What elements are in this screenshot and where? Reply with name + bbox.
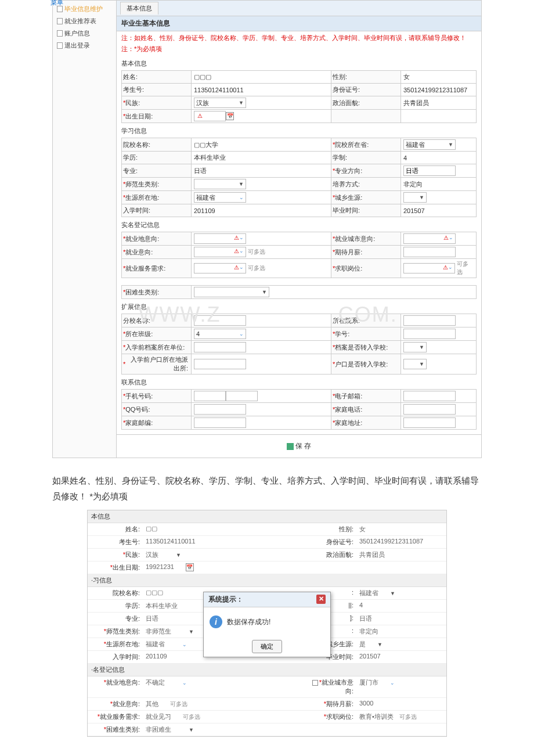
job-intent-input[interactable]: ⚠⌄ <box>194 247 246 257</box>
student-no-input[interactable] <box>403 329 456 339</box>
home-phone-input[interactable] <box>403 404 456 415</box>
service-req-input[interactable]: ⚠⌄ <box>194 263 246 273</box>
dialog-close-button[interactable]: ✕ <box>316 595 326 604</box>
birth-input[interactable]: ⚠ <box>194 111 226 121</box>
sidebar-item-account[interactable]: 账户信息 <box>55 27 114 39</box>
field-value: 福建省▼ <box>356 587 446 599</box>
field-label: *就业服务需求: <box>88 711 143 723</box>
salary-input[interactable] <box>403 247 456 257</box>
label-dept: 所在院系: <box>331 314 401 327</box>
field-value: 非定向 <box>356 625 446 638</box>
field-label: 专业: <box>88 613 143 625</box>
form-row: *就业意向:其他可多选*期待月薪:3000 <box>88 698 446 711</box>
field-label: *就业地意向: <box>88 676 143 697</box>
mobile-input-1[interactable] <box>194 391 226 401</box>
label-archive-unit: *入学前档案所在单位: <box>122 341 192 354</box>
screenshot-main-form: 菜单 毕业信息维护 就业推荐表 账户信息 退出登录 基本信息 毕业生基本信息 注… <box>52 0 482 458</box>
multi-note: 可多选 <box>183 714 200 720</box>
archive-unit-input[interactable] <box>194 342 246 352</box>
email-input[interactable] <box>403 391 456 401</box>
value-school: ▢▢大学 <box>192 138 331 152</box>
class-select[interactable]: 4⌄ <box>194 329 246 339</box>
chevron-down-icon: ⌄ <box>239 264 244 272</box>
save-row: 保 存 <box>117 434 481 458</box>
value-name: ▢▢▢ <box>192 71 331 84</box>
major-dir-input[interactable] <box>403 165 456 176</box>
value-birth: ⚠📅 <box>192 110 331 123</box>
label-email: *电子邮箱: <box>331 390 401 403</box>
archive-transfer-select[interactable]: ▼ <box>403 342 427 352</box>
sidebar-item-logout[interactable]: 退出登录 <box>55 39 114 52</box>
calendar-icon[interactable]: 📅 <box>226 112 234 120</box>
job-loc-input[interactable]: ⚠⌄ <box>194 233 246 244</box>
tab-basic-info[interactable]: 基本信息 <box>120 2 158 15</box>
value-urban-rural: ▼ <box>401 191 477 204</box>
school-prov-select[interactable]: 福建省▼ <box>403 139 456 150</box>
label-degree: 学历: <box>122 152 192 164</box>
field-value: 就业见习可多选 <box>143 711 307 723</box>
job-city-input[interactable]: ⚠⌄ <box>403 233 456 244</box>
household-transfer-select[interactable]: ▼ <box>403 359 427 369</box>
label-job-intent: *就业意向: <box>122 246 192 259</box>
s2-realname-title: ·名登记信息 <box>88 664 446 676</box>
warning-icon: ⚠ <box>197 113 203 119</box>
contact-grid: *手机号码: *电子邮箱: *QQ号码: *家庭电话: *家庭邮编: *家庭地址… <box>121 389 477 430</box>
value-household <box>192 354 331 375</box>
checkbox-icon[interactable] <box>312 680 318 686</box>
label-normal-type: *师范生类别: <box>122 178 192 191</box>
field-value: 不确定⌄ <box>143 676 307 697</box>
value-id-no: 350124199212311087 <box>401 84 477 96</box>
sidebar-item-recommend[interactable]: 就业推荐表 <box>55 15 114 27</box>
label-position: *求职岗位: <box>331 259 401 278</box>
mobile-input-2[interactable] <box>226 391 258 401</box>
label-household: *入学前户口所在地派出所: <box>122 354 192 375</box>
position-input[interactable]: ⚠⌄ <box>403 263 455 273</box>
normal-type-select[interactable]: ▼ <box>194 179 246 189</box>
chevron-down-icon: ▼ <box>377 642 383 647</box>
warning-icon: ⚠ <box>234 248 239 256</box>
dialog-message: 数据保存成功! <box>227 617 270 627</box>
field-label: *生源所在地: <box>88 638 143 650</box>
sidebar-item-grad-info[interactable]: 毕业信息维护 <box>55 3 114 15</box>
household-input[interactable] <box>194 359 246 369</box>
branch-input[interactable] <box>194 315 246 326</box>
field-label: *民族: <box>88 549 143 561</box>
value-difficulty: ▼ <box>192 286 477 299</box>
difficulty-select[interactable]: ▼ <box>194 287 269 297</box>
dialog-ok-button[interactable]: 确定 <box>252 640 282 653</box>
field-value: 共青团员 <box>356 549 446 561</box>
qq-input[interactable] <box>194 404 246 415</box>
urban-rural-select[interactable]: ▼ <box>403 192 427 203</box>
difficulty-grid: *困难生类别: ▼ <box>121 285 477 299</box>
instruction-text: 如果姓名、性别、身份证号、院校名称、学历、学制、专业、培养方式、入学时间、毕业时… <box>52 473 482 504</box>
chevron-down-icon: ▼ <box>419 195 424 200</box>
field-label: *困难生类别: <box>88 723 143 736</box>
save-button[interactable]: 保 存 <box>281 440 317 453</box>
home-postcode-input[interactable] <box>194 417 246 428</box>
calendar-icon[interactable]: 📅 <box>186 563 194 571</box>
chevron-down-icon: ▼ <box>189 727 194 733</box>
field-label: 姓名: <box>88 523 143 535</box>
chevron-down-icon: ⌄ <box>448 264 453 272</box>
dept-input[interactable] <box>403 315 456 326</box>
value-exam-no: 11350124110011 <box>192 84 331 96</box>
origin-select[interactable]: 福建省⌄ <box>194 192 246 203</box>
value-home-phone <box>401 403 477 416</box>
home-addr-input[interactable] <box>403 417 456 428</box>
value-normal-type: ▼ <box>192 178 331 191</box>
field-label: 政治面貌: <box>307 549 356 561</box>
field-value: 汉族▼ <box>143 549 307 561</box>
field-label: 身份证号: <box>307 536 356 548</box>
label-origin: *生源所在地: <box>122 191 192 204</box>
warning-text-1: 注：如姓名、性别、身份证号、院校名称、学历、学制、专业、培养方式、入学时间、毕业… <box>117 31 481 45</box>
form-row: *就业服务需求:就业见习可多选*求职岗位:教育•培训类可多选 <box>88 711 446 723</box>
ethnic-select[interactable]: 汉族▼ <box>194 98 246 108</box>
section-contact-title: 联系信息 <box>121 377 477 388</box>
chevron-down-icon: ▼ <box>419 344 424 350</box>
label-ethnic: *民族: <box>122 96 192 110</box>
section-realname-title: 实名登记信息 <box>121 219 477 231</box>
label-home-addr: *家庭地址: <box>331 416 401 430</box>
value-origin: 福建省⌄ <box>192 191 331 204</box>
chevron-down-icon: ▼ <box>419 361 424 367</box>
label-branch: 分校名称: <box>122 314 192 327</box>
